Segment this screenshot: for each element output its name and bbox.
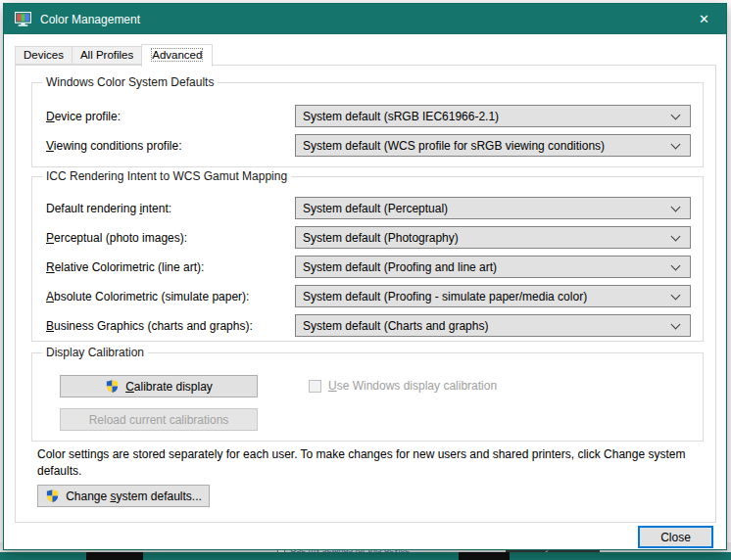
chevron-down-icon [671,291,681,301]
group-display-calibration: Display Calibration Calibrate display Us… [31,352,704,442]
perceptual-intent-dropdown[interactable]: System default (Photography) [295,226,691,249]
taskbar-item[interactable] [86,552,143,560]
tab-advanced[interactable]: Advanced [141,44,213,67]
device-profile-label: Device profile: [46,110,121,123]
close-button[interactable]: Close [638,526,713,548]
use-windows-calibration-label: Use Windows display calibration [328,379,497,393]
relative-colorimetric-row: Relative Colorimetric (line art): System… [46,256,691,278]
reload-calibrations-button: Reload current calibrations [60,408,258,431]
window-title: Color Management [40,13,140,26]
chevron-down-icon [671,232,681,242]
tabstrip: Devices All Profiles Advanced [15,44,213,66]
change-system-defaults-button[interactable]: Change system defaults... [37,485,210,507]
group-icc-mapping: ICC Rendering Intent to WCS Gamut Mappin… [31,176,704,342]
absolute-colorimetric-dropdown[interactable]: System default (Proofing - simulate pape… [295,285,691,307]
tab-all-profiles-label: All Profiles [80,49,133,61]
business-graphics-value: System default (Charts and graphs) [303,319,488,333]
tab-devices[interactable]: Devices [15,46,73,65]
device-profile-value: System default (sRGB IEC61966-2.1) [303,110,499,123]
use-windows-calibration-checkbox: Use Windows display calibration [309,379,497,393]
relative-colorimetric-value: System default (Proofing and line art) [303,260,497,274]
titlebar: Color Management ✕ [4,4,726,34]
group-icc-mapping-title: ICC Rendering Intent to WCS Gamut Mappin… [42,169,291,183]
absolute-colorimetric-value: System default (Proofing - simulate pape… [303,290,587,303]
reload-calibrations-label: Reload current calibrations [89,413,229,427]
uac-shield-icon [45,489,60,503]
calibrate-display-label: Calibrate display [125,380,213,394]
viewing-conditions-value: System default (WCS profile for sRGB vie… [303,139,605,153]
tab-panel-advanced: Windows Color System Defaults Device pro… [15,65,716,523]
viewing-conditions-dropdown[interactable]: System default (WCS profile for sRGB vie… [295,134,691,157]
close-button-label: Close [660,531,691,544]
chevron-down-icon [671,140,681,150]
default-rendering-intent-dropdown[interactable]: System default (Perceptual) [295,197,691,219]
default-rendering-intent-row: Default rendering intent: System default… [46,197,691,219]
chevron-down-icon [671,203,681,212]
relative-colorimetric-dropdown[interactable]: System default (Proofing and line art) [295,256,691,278]
default-rendering-intent-value: System default (Perceptual) [303,202,448,215]
taskbar-item[interactable] [459,552,510,560]
default-rendering-intent-label: Default rendering intent: [46,202,171,215]
tab-advanced-label: Advanced [152,49,202,61]
checkbox-box [309,380,321,393]
business-graphics-dropdown[interactable]: System default (Charts and graphs) [295,314,691,337]
color-management-icon [15,12,31,26]
chevron-down-icon [671,320,681,330]
device-profile-row: Device profile: System default (sRGB IEC… [46,105,691,127]
perceptual-intent-row: Perceptual (photo images): System defaul… [46,226,691,249]
perceptual-intent-label: Perceptual (photo images): [46,231,187,245]
viewing-conditions-label: Viewing conditions profile: [46,139,182,153]
viewing-conditions-row: Viewing conditions profile: System defau… [46,134,691,157]
window-close-button[interactable]: ✕ [682,4,726,34]
screen: Use my settings for this device Identify… [0,0,731,560]
tab-devices-label: Devices [24,49,64,61]
color-management-dialog: Color Management ✕ Devices All Profiles … [3,3,727,550]
group-wcs-defaults-title: Windows Color System Defaults [42,75,218,89]
business-graphics-row: Business Graphics (charts and graphs): S… [46,314,691,337]
uac-shield-icon [105,379,120,394]
calibrate-display-button[interactable]: Calibrate display [60,375,258,397]
group-wcs-defaults: Windows Color System Defaults Device pro… [31,82,704,167]
tab-all-profiles[interactable]: All Profiles [72,46,142,65]
business-graphics-label: Business Graphics (charts and graphs): [46,319,253,333]
footer-note: Color settings are stored separately for… [37,446,713,481]
device-profile-dropdown[interactable]: System default (sRGB IEC61966-2.1) [295,105,691,127]
group-display-calibration-title: Display Calibration [42,346,148,359]
chevron-down-icon [671,111,681,120]
relative-colorimetric-label: Relative Colorimetric (line art): [46,260,204,274]
change-system-defaults-label: Change system defaults... [66,490,202,503]
absolute-colorimetric-label: Absolute Colorimetric (simulate paper): [46,290,249,303]
close-icon: ✕ [699,12,709,26]
perceptual-intent-value: System default (Photography) [303,231,459,245]
absolute-colorimetric-row: Absolute Colorimetric (simulate paper): … [46,285,691,307]
chevron-down-icon [671,261,681,271]
